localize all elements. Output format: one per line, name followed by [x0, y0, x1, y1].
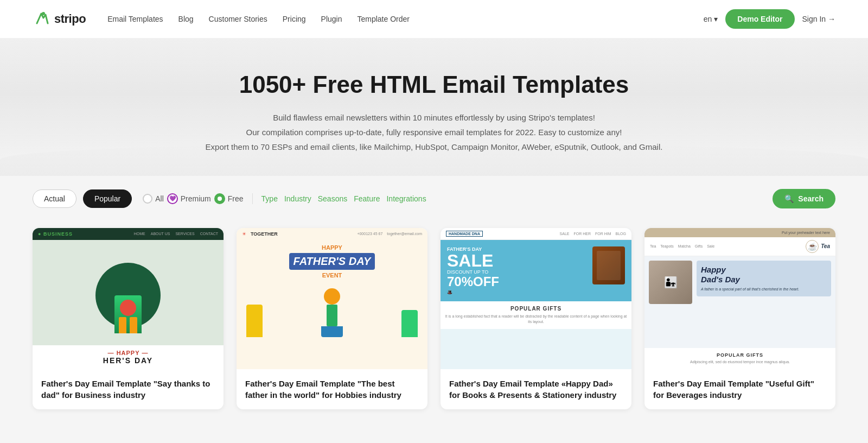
filter-industry[interactable]: Industry — [284, 194, 311, 203]
hero-title: 1050+ Free HTML Email Templates — [11, 71, 857, 99]
signin-button[interactable]: Sign In → — [802, 15, 835, 23]
search-button[interactable]: 🔍 Search — [773, 189, 835, 208]
filter-seasons[interactable]: Seasons — [318, 194, 347, 203]
table-row[interactable]: Put your preheader text here Tea Teapots… — [644, 228, 835, 409]
card-title-2: Father's Day Email Template "The best fa… — [245, 378, 419, 401]
card-thumbnail-4: Put your preheader text here Tea Teapots… — [644, 228, 835, 369]
demo-editor-button[interactable]: Demo Editor — [725, 9, 794, 29]
card-thumbnail-1: ● BUSINESS HOME ABOUT US SERVICES CONTAC… — [33, 228, 224, 369]
card-info-3: Father's Day Email Template «Happy Dad» … — [441, 369, 631, 409]
search-icon: 🔍 — [784, 194, 794, 203]
table-row[interactable]: ● BUSINESS HOME ABOUT US SERVICES CONTAC… — [33, 228, 224, 409]
navbar: stripo Email Templates Blog Customer Sto… — [0, 0, 868, 38]
navbar-right: en ▾ Demo Editor Sign In → — [704, 9, 835, 29]
lang-label: en — [704, 15, 712, 23]
cards-section: ● BUSINESS HOME ABOUT US SERVICES CONTAC… — [0, 217, 868, 431]
card-info-2: Father's Day Email Template "The best fa… — [237, 369, 427, 409]
nav-template-order[interactable]: Template Order — [357, 15, 409, 23]
toggle-all-label: All — [155, 194, 164, 203]
filter-integrations[interactable]: Integrations — [386, 194, 426, 203]
toggle-free-circle — [214, 193, 225, 204]
language-selector[interactable]: en ▾ — [704, 15, 718, 23]
hero-subtitle-1: Build flawless email newsletters within … — [11, 110, 857, 125]
card-thumbnail-3: HANDMADE DNA SALE FOR HER FOR HIM BLOG F… — [441, 228, 631, 369]
tab-actual[interactable]: Actual — [33, 189, 76, 208]
card-thumbnail-2: ☀ TOGETHER +000123 45 67 together@email.… — [237, 228, 427, 369]
toggle-group: All Premium Free — [143, 193, 243, 204]
toggle-all[interactable]: All — [143, 194, 164, 204]
logo[interactable]: stripo — [33, 10, 86, 28]
tab-popular[interactable]: Popular — [83, 189, 132, 208]
hero-section: 1050+ Free HTML Email Templates Build fl… — [0, 38, 868, 176]
logo-icon — [33, 10, 50, 28]
search-label: Search — [798, 194, 824, 203]
filters-bar: Actual Popular All Premium Free Type Ind… — [0, 176, 868, 217]
nav-links: Email Templates Blog Customer Stories Pr… — [107, 15, 410, 23]
hero-subtitle-3: Export them to 70 ESPs and email clients… — [11, 140, 857, 154]
cards-grid: ● BUSINESS HOME ABOUT US SERVICES CONTAC… — [33, 228, 835, 409]
table-row[interactable]: HANDMADE DNA SALE FOR HER FOR HIM BLOG F… — [441, 228, 631, 409]
nav-customer-stories[interactable]: Customer Stories — [209, 15, 267, 23]
card-title-4: Father's Day Email Template "Useful Gift… — [653, 378, 827, 401]
filters-left: Actual Popular All Premium Free Type Ind… — [33, 189, 426, 208]
toggle-premium[interactable]: Premium — [167, 193, 211, 204]
filter-feature[interactable]: Feature — [354, 194, 380, 203]
toggle-all-circle — [143, 194, 152, 204]
toggle-premium-circle — [167, 193, 178, 204]
nav-plugin[interactable]: Plugin — [321, 15, 342, 23]
card-title-1: Father's Day Email Template "Say thanks … — [41, 378, 215, 401]
toggle-premium-label: Premium — [181, 194, 211, 203]
card-info-1: Father's Day Email Template "Say thanks … — [33, 369, 224, 409]
svg-point-0 — [42, 12, 45, 15]
card-info-4: Father's Day Email Template "Useful Gift… — [644, 369, 835, 409]
toggle-free[interactable]: Free — [214, 193, 244, 204]
filter-divider — [252, 193, 253, 204]
toggle-free-label: Free — [228, 194, 244, 203]
nav-blog[interactable]: Blog — [178, 15, 194, 23]
hero-subtitle-2: Our compilation comprises up-to-date, fu… — [11, 125, 857, 140]
filter-type[interactable]: Type — [261, 194, 278, 203]
nav-pricing[interactable]: Pricing — [283, 15, 306, 23]
navbar-left: stripo Email Templates Blog Customer Sto… — [33, 10, 410, 28]
logo-text: stripo — [54, 12, 86, 26]
nav-email-templates[interactable]: Email Templates — [107, 15, 163, 23]
table-row[interactable]: ☀ TOGETHER +000123 45 67 together@email.… — [237, 228, 427, 409]
card-title-3: Father's Day Email Template «Happy Dad» … — [449, 378, 623, 401]
chevron-down-icon: ▾ — [714, 15, 718, 23]
